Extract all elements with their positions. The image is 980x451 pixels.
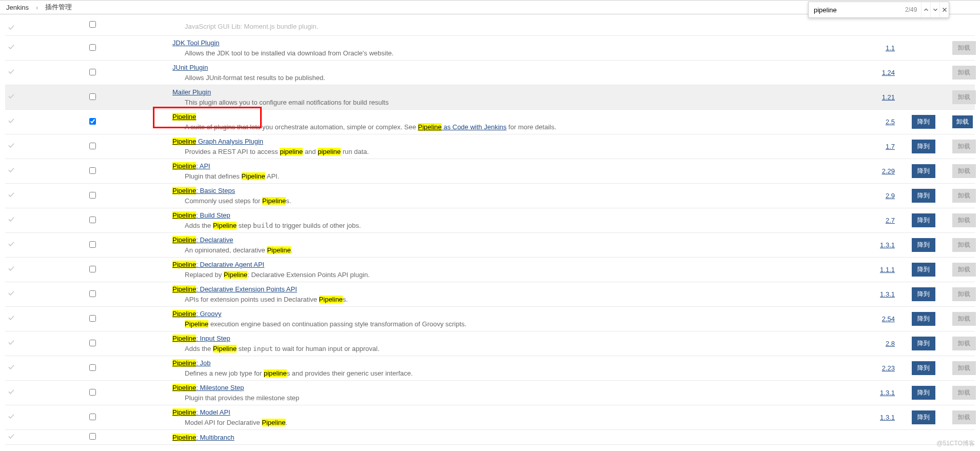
downgrade-button[interactable]: 降到 <box>912 386 935 400</box>
find-counter: 2/49 <box>905 6 921 13</box>
plugin-version-link[interactable]: 1.3.1 <box>880 290 895 298</box>
plugin-title-link[interactable]: Pipeline: API <box>172 162 210 170</box>
downgrade-button[interactable]: 降到 <box>912 312 935 326</box>
find-close-button[interactable] <box>939 2 949 17</box>
downgrade-button[interactable]: 降到 <box>912 140 935 153</box>
plugin-version-link[interactable]: 2.5 <box>886 118 895 126</box>
uninstall-button[interactable]: 卸载 <box>952 140 976 153</box>
plugin-version-link[interactable]: 1.24 <box>882 69 895 76</box>
plugin-title-link[interactable]: JDK Tool Plugin <box>172 39 220 47</box>
uninstall-button[interactable]: 卸载 <box>952 386 976 400</box>
plugin-checkbox[interactable] <box>89 93 96 100</box>
plugin-title-link[interactable]: Pipeline: Declarative <box>172 236 233 244</box>
plugin-title-link[interactable]: Pipeline: Build Step <box>172 211 230 219</box>
find-next-button[interactable] <box>930 2 939 17</box>
enabled-icon <box>8 69 14 75</box>
enabled-icon <box>8 389 14 395</box>
uninstall-button[interactable]: 卸载 <box>952 189 976 203</box>
find-input[interactable] <box>809 2 905 17</box>
plugin-title-link[interactable]: Pipeline: Basic Steps <box>172 187 235 194</box>
downgrade-button[interactable]: 降到 <box>912 115 935 129</box>
downgrade-button[interactable]: 降到 <box>912 238 935 252</box>
plugin-checkbox[interactable] <box>89 315 96 322</box>
plugin-checkbox[interactable] <box>89 192 96 199</box>
plugin-version-link[interactable]: 2.29 <box>882 167 895 175</box>
plugin-title-link[interactable]: Pipeline: Job <box>172 359 210 367</box>
plugin-checkbox[interactable] <box>89 118 96 125</box>
plugin-checkbox[interactable] <box>89 217 96 223</box>
plugin-checkbox[interactable] <box>89 340 96 346</box>
table-row: Pipeline: GroovyPipeline execution engin… <box>5 307 975 331</box>
downgrade-button[interactable]: 降到 <box>912 189 935 203</box>
plugin-title-link[interactable]: Pipeline: Multibranch <box>172 434 234 441</box>
table-row: Pipeline: Declarative Extension Points A… <box>5 282 975 307</box>
downgrade-button[interactable]: 降到 <box>912 410 935 424</box>
plugin-checkbox[interactable] <box>89 414 96 420</box>
uninstall-button[interactable]: 卸载 <box>952 90 976 104</box>
plugin-title-link[interactable]: Pipeline Graph Analysis Plugin <box>172 138 263 145</box>
plugin-version-link[interactable]: 2.54 <box>882 315 895 323</box>
plugin-title-link[interactable]: Pipeline: Input Step <box>172 335 230 342</box>
plugin-checkbox[interactable] <box>89 433 96 440</box>
plugin-title-link[interactable]: Pipeline: Declarative Agent API <box>172 261 264 268</box>
uninstall-button[interactable]: 卸载 <box>952 337 976 350</box>
plugin-title-link[interactable]: Pipeline <box>172 113 196 121</box>
downgrade-button[interactable]: 降到 <box>912 263 935 277</box>
uninstall-button[interactable]: 卸载 <box>952 361 976 375</box>
plugin-version-link[interactable]: 1.3.1 <box>880 414 895 421</box>
uninstall-button[interactable]: 卸载 <box>952 115 973 128</box>
table-row: Pipeline: Basic StepsCommonly used steps… <box>5 184 975 208</box>
enabled-icon <box>8 25 14 31</box>
plugin-version-link[interactable]: 2.7 <box>886 217 895 224</box>
uninstall-button[interactable]: 卸载 <box>952 66 976 80</box>
downgrade-button[interactable]: 降到 <box>912 361 935 375</box>
plugin-checkbox[interactable] <box>89 290 96 297</box>
pipeline-as-code-link[interactable]: Pipeline as Code with Jenkins <box>418 123 507 131</box>
plugins-table: JavaScript GUI Lib: Moment.js bundle plu… <box>5 14 975 445</box>
plugin-title-link[interactable]: Pipeline: Milestone Step <box>172 384 244 391</box>
plugin-version-link[interactable]: 1.1.1 <box>880 266 895 273</box>
plugin-version-link[interactable]: 1.21 <box>882 93 895 101</box>
plugin-checkbox[interactable] <box>89 241 96 248</box>
plugin-description: JavaScript GUI Lib: Moment.js bundle plu… <box>172 23 797 30</box>
plugin-checkbox[interactable] <box>89 364 96 371</box>
plugin-version-link[interactable]: 1.3.1 <box>880 389 895 397</box>
plugin-checkbox[interactable] <box>89 266 96 272</box>
plugin-version-link[interactable]: 2.8 <box>886 340 895 347</box>
uninstall-button[interactable]: 卸载 <box>952 263 976 277</box>
uninstall-button[interactable]: 卸载 <box>952 238 976 252</box>
downgrade-button[interactable]: 降到 <box>912 213 935 227</box>
uninstall-button[interactable]: 卸载 <box>952 41 976 55</box>
uninstall-button[interactable]: 卸载 <box>952 213 976 227</box>
plugin-version-link[interactable]: 1.3.1 <box>880 241 895 249</box>
plugin-description: This plugin allows you to configure emai… <box>172 99 797 106</box>
plugin-version-link[interactable]: 1.1 <box>886 44 895 52</box>
plugin-checkbox[interactable] <box>89 143 96 149</box>
plugin-version-link[interactable]: 2.23 <box>882 364 895 372</box>
downgrade-button[interactable]: 降到 <box>912 287 935 301</box>
plugin-checkbox[interactable] <box>89 69 96 75</box>
downgrade-button[interactable]: 降到 <box>912 337 935 350</box>
uninstall-button[interactable]: 卸载 <box>952 312 976 326</box>
plugin-title-link[interactable]: JUnit Plugin <box>172 64 208 71</box>
plugin-title-link[interactable]: Mailer Plugin <box>172 88 211 96</box>
plugin-checkbox[interactable] <box>89 389 96 396</box>
breadcrumb-root[interactable]: Jenkins <box>6 4 29 11</box>
downgrade-button[interactable]: 降到 <box>912 164 935 178</box>
plugin-version-link[interactable]: 2.9 <box>886 192 895 200</box>
find-prev-button[interactable] <box>921 2 930 17</box>
uninstall-button[interactable]: 卸载 <box>952 410 976 424</box>
plugin-title-link[interactable]: Pipeline: Model API <box>172 408 230 416</box>
plugin-checkbox[interactable] <box>89 21 96 28</box>
plugin-description: Commonly used steps for Pipelines. <box>172 197 797 205</box>
plugin-version-link[interactable]: 1.7 <box>886 143 895 150</box>
table-row: JUnit PluginAllows JUnit-format test res… <box>5 61 975 85</box>
plugin-description: Provides a REST API to access pipeline a… <box>172 148 797 155</box>
breadcrumb-current[interactable]: 插件管理 <box>45 3 72 12</box>
plugin-checkbox[interactable] <box>89 167 96 174</box>
uninstall-button[interactable]: 卸载 <box>952 287 976 301</box>
plugin-title-link[interactable]: Pipeline: Declarative Extension Points A… <box>172 285 297 293</box>
plugin-title-link[interactable]: Pipeline: Groovy <box>172 310 221 318</box>
uninstall-button[interactable]: 卸载 <box>952 164 976 178</box>
plugin-checkbox[interactable] <box>89 44 96 51</box>
